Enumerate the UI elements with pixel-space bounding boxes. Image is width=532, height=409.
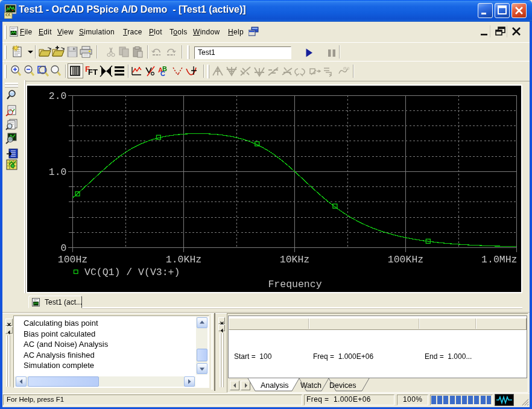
svg-text:VC(Q1) / V(V3:+): VC(Q1) / V(V3:+) bbox=[84, 267, 180, 278]
svg-text:2.0: 2.0 bbox=[49, 90, 67, 102]
svg-text:100KHz: 100KHz bbox=[388, 254, 423, 265]
svg-text:Watch: Watch bbox=[300, 381, 321, 390]
svg-text:1.0KHz: 1.0KHz bbox=[166, 254, 201, 265]
svg-text:1.0MHz: 1.0MHz bbox=[481, 254, 517, 265]
svg-text:0: 0 bbox=[61, 243, 67, 254]
svg-text:10KHz: 10KHz bbox=[280, 254, 310, 265]
svg-text:Devices: Devices bbox=[329, 381, 356, 390]
svg-text:100Hz: 100Hz bbox=[58, 254, 88, 265]
svg-text:Analysis: Analysis bbox=[261, 381, 289, 390]
svg-text:C: C bbox=[160, 70, 165, 77]
svg-text:(0,i): (0,i) bbox=[343, 66, 349, 70]
svg-text:1.0: 1.0 bbox=[49, 166, 67, 178]
svg-text:Frequency: Frequency bbox=[268, 279, 321, 290]
svg-text:FT: FT bbox=[88, 68, 98, 77]
